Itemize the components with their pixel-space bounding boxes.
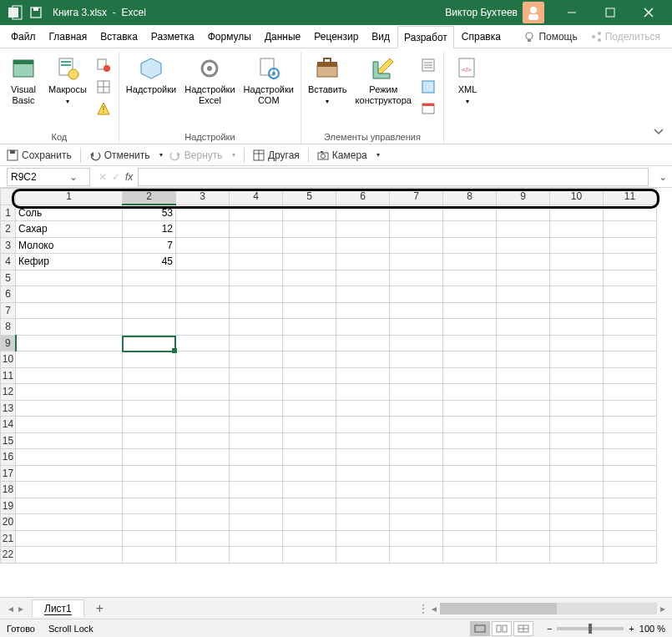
tab-developer[interactable]: Разработ — [397, 26, 454, 48]
cell[interactable] — [230, 221, 283, 238]
cell[interactable] — [176, 335, 230, 351]
cell[interactable] — [230, 319, 283, 336]
column-header[interactable]: 1 — [16, 189, 123, 205]
cell[interactable] — [16, 400, 123, 417]
cell[interactable] — [176, 384, 230, 401]
cell[interactable] — [443, 205, 497, 221]
cell[interactable] — [550, 205, 604, 221]
redo-button[interactable]: Вернуть ▾ — [169, 149, 235, 161]
column-header[interactable]: 3 — [176, 189, 230, 205]
row-header[interactable]: 8 — [1, 319, 16, 336]
cell[interactable] — [123, 432, 176, 449]
cell[interactable] — [390, 367, 443, 384]
other-button[interactable]: Другая — [253, 149, 300, 161]
cell[interactable] — [604, 498, 657, 514]
cell[interactable] — [16, 319, 123, 336]
cell[interactable]: Кефир — [16, 254, 123, 270]
hscroll-track[interactable] — [440, 603, 657, 614]
zoom-level[interactable]: 100 % — [639, 624, 665, 634]
zoom-slider[interactable] — [557, 627, 624, 630]
cell[interactable] — [123, 530, 176, 547]
cell[interactable] — [16, 270, 123, 286]
column-header[interactable]: 10 — [550, 189, 604, 205]
cell[interactable] — [336, 400, 390, 417]
cell[interactable] — [16, 335, 123, 351]
cell[interactable] — [336, 335, 390, 351]
cell[interactable] — [604, 237, 657, 254]
cell[interactable] — [604, 514, 657, 531]
cell[interactable] — [176, 367, 230, 384]
cell[interactable] — [497, 335, 550, 351]
cell[interactable] — [497, 530, 550, 547]
cell[interactable] — [16, 417, 123, 433]
cell[interactable] — [283, 302, 336, 319]
cell[interactable] — [176, 400, 230, 417]
cell[interactable] — [550, 514, 604, 531]
cell[interactable] — [336, 465, 390, 482]
cell[interactable] — [390, 254, 443, 270]
row-header[interactable]: 9 — [1, 335, 16, 351]
cell[interactable] — [604, 465, 657, 482]
cell[interactable] — [604, 205, 657, 221]
cell[interactable]: 45 — [123, 254, 176, 270]
tab-review[interactable]: Рецензир — [308, 25, 364, 48]
cell[interactable] — [443, 449, 497, 466]
cell[interactable] — [604, 449, 657, 466]
cell[interactable] — [390, 465, 443, 482]
cell[interactable] — [283, 270, 336, 286]
run-dialog-button[interactable] — [417, 99, 440, 119]
cell[interactable] — [230, 237, 283, 254]
cell[interactable] — [550, 547, 604, 564]
cell[interactable] — [390, 302, 443, 319]
cell[interactable] — [550, 319, 604, 336]
cell[interactable] — [176, 514, 230, 531]
cell[interactable]: Соль — [16, 205, 123, 221]
cell[interactable] — [230, 286, 283, 303]
cell[interactable] — [123, 270, 176, 286]
cell[interactable] — [443, 286, 497, 303]
tab-nav-prev[interactable]: ◂ — [8, 603, 13, 614]
cell[interactable] — [230, 367, 283, 384]
minimize-button[interactable] — [553, 0, 591, 25]
cell[interactable] — [443, 237, 497, 254]
cell[interactable] — [176, 530, 230, 547]
cell[interactable] — [176, 270, 230, 286]
insert-control-button[interactable]: Вставить ▾ — [305, 53, 351, 107]
cell[interactable] — [443, 432, 497, 449]
cell[interactable] — [230, 449, 283, 466]
cell[interactable] — [550, 237, 604, 254]
cell[interactable] — [390, 221, 443, 238]
tab-home[interactable]: Главная — [43, 25, 93, 48]
record-macro-button[interactable] — [92, 55, 115, 75]
cell[interactable] — [443, 254, 497, 270]
tell-me-button[interactable]: Помощь — [523, 31, 577, 43]
com-addins-button[interactable]: Надстройки COM — [240, 53, 297, 107]
row-header[interactable]: 5 — [1, 270, 16, 286]
addins-button[interactable]: Надстройки — [123, 53, 179, 97]
cell[interactable] — [230, 302, 283, 319]
cell[interactable] — [390, 270, 443, 286]
zoom-out-button[interactable]: − — [547, 624, 552, 634]
formula-input[interactable] — [138, 168, 649, 186]
close-button[interactable] — [629, 0, 668, 25]
cell[interactable] — [283, 205, 336, 221]
cell[interactable] — [176, 319, 230, 336]
row-header[interactable]: 22 — [1, 547, 16, 564]
cell[interactable] — [336, 351, 390, 368]
row-header[interactable]: 4 — [1, 254, 16, 270]
cell[interactable] — [16, 465, 123, 482]
row-header[interactable]: 11 — [1, 367, 16, 384]
cell[interactable] — [604, 367, 657, 384]
cell[interactable] — [176, 417, 230, 433]
cell[interactable] — [550, 449, 604, 466]
user-account[interactable]: Виктор Бухтеев — [445, 2, 544, 23]
cell[interactable] — [443, 547, 497, 564]
column-header[interactable]: 6 — [336, 189, 390, 205]
cell[interactable] — [283, 221, 336, 238]
select-all-corner[interactable] — [1, 189, 16, 205]
add-sheet-button[interactable]: + — [84, 601, 115, 616]
column-header[interactable]: 2 — [123, 189, 176, 205]
cell[interactable] — [604, 270, 657, 286]
cell[interactable] — [123, 384, 176, 401]
cell[interactable] — [443, 465, 497, 482]
